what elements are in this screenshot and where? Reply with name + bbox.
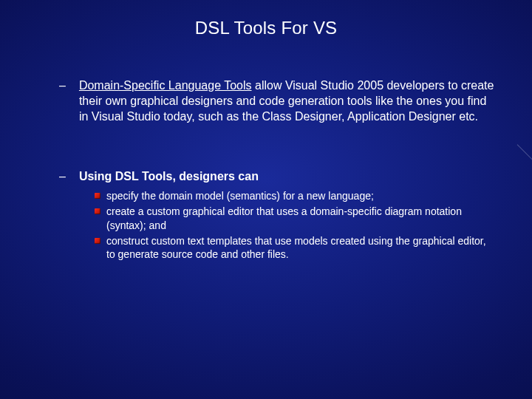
bullet-level1-item-2: – Using DSL Tools, designers can xyxy=(59,168,495,185)
sublist: specify the domain model (semantics) for… xyxy=(95,189,495,262)
dsl-tools-link[interactable]: Domain-Specific Language Tools xyxy=(79,79,252,92)
square-bullet-icon xyxy=(95,208,100,214)
slide-title: DSL Tools For VS xyxy=(0,18,532,38)
paragraph-1: Domain-Specific Language Tools allow Vis… xyxy=(79,78,495,124)
subitem-text: create a custom graphical editor that us… xyxy=(106,205,495,233)
dash-bullet: – xyxy=(59,78,66,124)
square-bullet-icon xyxy=(95,193,100,199)
dash-bullet: – xyxy=(59,168,66,185)
bullet-level1-item-1: – Domain-Specific Language Tools allow V… xyxy=(59,78,495,124)
subitem-text: specify the domain model (semantics) for… xyxy=(106,189,374,203)
subitem-text: construct custom text templates that use… xyxy=(106,234,495,262)
slide: DSL Tools For VS – Domain-Specific Langu… xyxy=(0,0,532,399)
paragraph-2: Using DSL Tools, designers can xyxy=(79,168,259,185)
list-item: create a custom graphical editor that us… xyxy=(95,205,495,233)
list-item: construct custom text templates that use… xyxy=(95,234,495,262)
square-bullet-icon xyxy=(95,238,100,244)
slide-body: – Domain-Specific Language Tools allow V… xyxy=(59,78,495,263)
list-item: specify the domain model (semantics) for… xyxy=(95,189,495,203)
